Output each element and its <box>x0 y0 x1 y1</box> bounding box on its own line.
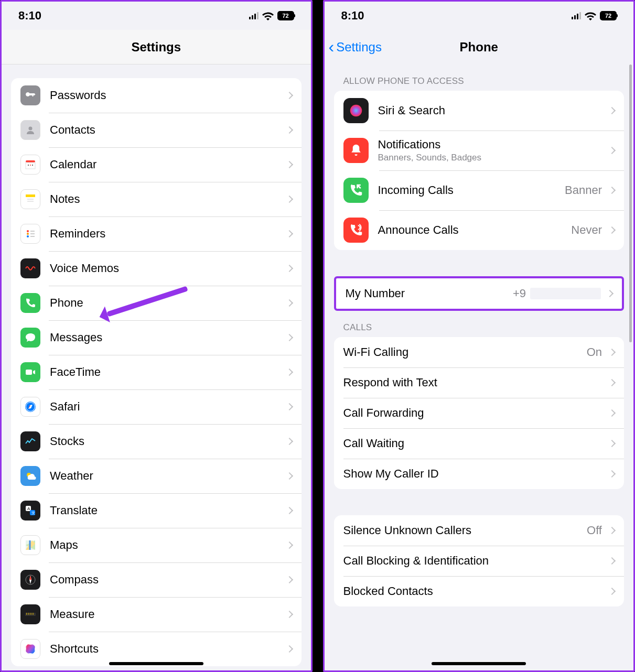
svg-point-0 <box>29 127 33 131</box>
row-silence-unknown-callers[interactable]: Silence Unknown Callers Off <box>334 515 625 546</box>
row-label: Call Waiting <box>343 437 607 450</box>
settings-screen: 8:10 72 Settings Passwords Contacts Cale… <box>0 0 313 672</box>
row-label: Passwords <box>50 89 284 102</box>
svg-point-10 <box>27 230 29 232</box>
settings-row-shortcuts[interactable]: Shortcuts <box>11 632 302 666</box>
chevron-right-icon <box>285 126 293 134</box>
settings-row-notes[interactable]: Notes <box>11 182 302 216</box>
chevron-right-icon <box>606 290 614 297</box>
row-notifications[interactable]: Notifications Banners, Sounds, Badges <box>334 131 625 170</box>
my-number-row[interactable]: My Number +9 <box>336 278 622 309</box>
settings-row-passwords[interactable]: Passwords <box>11 78 302 113</box>
settings-row-weather[interactable]: Weather <box>11 459 302 493</box>
settings-row-facetime[interactable]: FaceTime <box>11 355 302 389</box>
settings-row-calendar[interactable]: Calendar <box>11 147 302 182</box>
chevron-right-icon <box>285 334 293 341</box>
row-label: Contacts <box>50 123 284 137</box>
row-incoming-calls[interactable]: Incoming Calls Banner <box>334 170 625 210</box>
page-title: Phone <box>460 40 498 55</box>
nav-bar: ‹ Settings Phone <box>325 30 634 64</box>
wifi-icon <box>584 9 597 22</box>
settings-row-contacts[interactable]: Contacts <box>11 113 302 147</box>
signal-icon <box>249 12 259 19</box>
chevron-right-icon <box>608 588 616 595</box>
chevron-right-icon <box>608 470 616 478</box>
row-siri-search[interactable]: Siri & Search <box>334 91 625 131</box>
settings-row-voice-memos[interactable]: Voice Memos <box>11 251 302 286</box>
voice-memos-icon <box>20 258 40 278</box>
chevron-right-icon <box>285 576 293 583</box>
home-indicator[interactable] <box>432 662 526 665</box>
signal-icon <box>572 12 581 19</box>
battery-icon: 72 <box>600 11 617 20</box>
settings-row-translate[interactable]: A文 Translate <box>11 493 302 528</box>
row-announce-calls[interactable]: Announce Calls Never <box>334 210 625 250</box>
settings-row-messages[interactable]: Messages <box>11 320 302 355</box>
row-sublabel: Banners, Sounds, Badges <box>378 153 607 163</box>
row-label: Incoming Calls <box>378 183 565 197</box>
row-label: Notes <box>50 192 284 206</box>
chevron-right-icon <box>285 438 293 445</box>
chevron-right-icon <box>285 507 293 514</box>
row-label: Voice Memos <box>50 262 284 275</box>
back-label: Settings <box>336 40 382 55</box>
settings-row-stocks[interactable]: Stocks <box>11 424 302 459</box>
settings-row-maps[interactable]: Maps <box>11 528 302 562</box>
nav-bar: Settings <box>2 30 311 64</box>
settings-row-measure[interactable]: Measure <box>11 597 302 632</box>
svg-point-5 <box>32 165 33 166</box>
row-text: Announce Calls <box>378 223 572 237</box>
row-show-my-caller-id[interactable]: Show My Caller ID <box>334 459 625 489</box>
chevron-right-icon <box>285 161 293 168</box>
back-button[interactable]: ‹ Settings <box>329 39 382 55</box>
settings-list-group: Passwords Contacts Calendar Notes Remind… <box>11 78 302 666</box>
status-bar: 8:10 72 <box>2 2 311 30</box>
chevron-right-icon <box>608 440 616 447</box>
svg-point-12 <box>27 235 29 237</box>
settings-row-compass[interactable]: Compass <box>11 562 302 597</box>
row-label: Respond with Text <box>343 376 607 389</box>
row-text: Notifications Banners, Sounds, Badges <box>378 138 607 163</box>
redacted-number <box>530 288 601 299</box>
settings-row-phone[interactable]: Phone <box>11 286 302 320</box>
row-label: FaceTime <box>50 365 284 379</box>
access-list-group: Siri & Search Notifications Banners, Sou… <box>334 91 625 250</box>
chevron-right-icon <box>285 299 293 307</box>
phone-icon <box>20 293 40 313</box>
page-title: Settings <box>131 40 181 55</box>
chevron-right-icon <box>608 187 616 194</box>
calls-list-group: Wi-Fi Calling On Respond with Text Call … <box>334 337 625 489</box>
row-label: Weather <box>50 469 284 483</box>
stocks-icon <box>20 431 40 451</box>
row-label: Translate <box>50 504 284 517</box>
chevron-right-icon <box>285 472 293 480</box>
chevron-right-icon <box>608 409 616 417</box>
row-call-blocking-identification[interactable]: Call Blocking & Identification <box>334 546 625 576</box>
row-call-forwarding[interactable]: Call Forwarding <box>334 398 625 428</box>
row-label: Reminders <box>50 227 284 241</box>
reminders-icon <box>20 224 40 244</box>
chevron-right-icon <box>608 557 616 565</box>
row-call-waiting[interactable]: Call Waiting <box>334 428 625 459</box>
row-detail: Never <box>571 223 602 237</box>
settings-row-safari[interactable]: Safari <box>11 389 302 424</box>
svg-point-4 <box>30 165 31 166</box>
my-number-label: My Number <box>346 287 513 300</box>
phone-settings-screen: 8:10 72 ‹ Settings Phone ALLOW PHONE TO … <box>323 0 636 672</box>
extra-list-group: Silence Unknown Callers Off Call Blockin… <box>334 515 625 606</box>
chevron-left-icon: ‹ <box>329 38 335 55</box>
settings-row-reminders[interactable]: Reminders <box>11 216 302 251</box>
incoming-icon <box>343 178 369 203</box>
row-blocked-contacts[interactable]: Blocked Contacts <box>334 576 625 606</box>
row-wi-fi-calling[interactable]: Wi-Fi Calling On <box>334 337 625 367</box>
row-label: Phone <box>50 296 284 310</box>
scroll-indicator[interactable] <box>629 64 632 342</box>
home-indicator[interactable] <box>109 662 203 665</box>
siri-icon <box>343 98 369 123</box>
row-respond-with-text[interactable]: Respond with Text <box>334 367 625 398</box>
chevron-right-icon <box>285 230 293 237</box>
row-label: Show My Caller ID <box>343 467 607 481</box>
my-number-group: My Number +9 <box>334 276 625 311</box>
facetime-icon <box>20 362 40 382</box>
time-label: 8:10 <box>18 9 41 23</box>
